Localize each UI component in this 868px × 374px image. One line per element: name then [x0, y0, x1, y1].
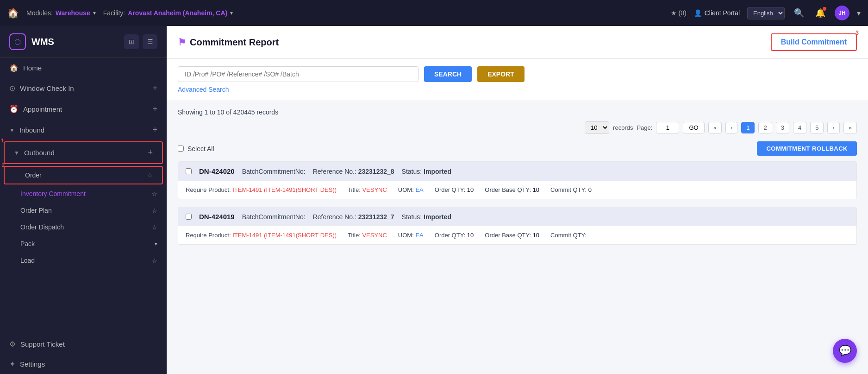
page-3-button[interactable]: 3: [776, 122, 789, 133]
record-id: DN-424019: [199, 213, 235, 221]
batch-label: BatchCommitmentNo:: [242, 168, 306, 175]
grid-icon[interactable]: ⊞: [124, 34, 139, 49]
record-checkbox[interactable]: [186, 168, 192, 174]
sidebar-subitem-pack[interactable]: Pack ▾: [0, 235, 167, 252]
sidebar-item-label: Support Ticket: [20, 340, 157, 348]
avatar-chevron-icon[interactable]: ▾: [857, 9, 861, 18]
star-icon[interactable]: ☆: [147, 172, 153, 179]
build-commitment-button[interactable]: Build Commitment: [771, 33, 857, 51]
pagination-row: 10 25 50 records Page: GO « ‹ 1 2 3 4 5 …: [178, 121, 857, 134]
star-icon: ★: [671, 9, 677, 17]
sidebar-item-window-check-in[interactable]: ⊙ Window Check In +: [0, 78, 167, 99]
modules-section: Modules: Warehouse ▾: [26, 9, 96, 17]
annotation-2: 2: [2, 162, 5, 168]
last-page-button[interactable]: »: [843, 122, 857, 133]
title-value: VESYNC: [362, 232, 387, 239]
chevron-down-icon: ▼: [14, 150, 19, 156]
avatar[interactable]: JH: [835, 6, 849, 20]
menu-icon[interactable]: ☰: [143, 34, 157, 49]
require-product-field: Require Product: ITEM-1491 (ITEM-1491(SH…: [186, 232, 337, 239]
page-1-button[interactable]: 1: [741, 122, 755, 133]
search-input[interactable]: [178, 66, 418, 82]
prev-page-button[interactable]: ‹: [725, 122, 737, 133]
search-button[interactable]: 🔍: [792, 6, 806, 20]
order-base-qty-value: 10: [533, 186, 539, 193]
status-value: Imported: [424, 168, 451, 175]
page-4-button[interactable]: 4: [793, 122, 806, 133]
sidebar-item-outbound[interactable]: 1 ▼ Outbound +: [4, 141, 163, 164]
sidebar-item-label: Home: [23, 64, 157, 72]
advanced-search-link[interactable]: Advanced Search: [178, 86, 857, 93]
add-icon[interactable]: +: [152, 125, 157, 135]
add-icon[interactable]: +: [148, 148, 153, 158]
commitment-rollback-button[interactable]: COMMITMENT ROLLBACK: [757, 141, 857, 156]
order-base-qty-field: Order Base QTY: 10: [485, 186, 539, 193]
modules-value[interactable]: Warehouse: [56, 9, 90, 17]
client-portal-icon: 👤: [694, 9, 702, 17]
next-page-button[interactable]: ›: [827, 122, 839, 133]
search-row: SEARCH EXPORT: [178, 66, 857, 82]
select-all-label[interactable]: Select All: [178, 145, 214, 152]
sidebar-item-home[interactable]: 🏠 Home: [0, 58, 167, 78]
add-icon[interactable]: +: [152, 83, 157, 93]
star-icon[interactable]: ☆: [152, 207, 157, 214]
sidebar-header: ⬡ WMS ⊞ ☰: [0, 26, 167, 58]
star-icon[interactable]: ☆: [152, 190, 157, 197]
sidebar-item-support-ticket[interactable]: ⚙ Support Ticket: [0, 334, 167, 354]
sidebar-subitem-order-dispatch[interactable]: Order Dispatch ☆: [0, 219, 167, 235]
add-icon[interactable]: +: [152, 104, 157, 114]
star-icon[interactable]: ☆: [152, 224, 157, 231]
order-qty-value: 10: [467, 186, 474, 193]
sidebar-item-settings[interactable]: ✦ Settings: [0, 354, 167, 374]
batch-commitment-field: BatchCommitmentNo:: [242, 213, 306, 221]
first-page-button[interactable]: «: [708, 122, 722, 133]
star-icon[interactable]: ☆: [152, 257, 157, 264]
select-all-checkbox[interactable]: [178, 146, 184, 152]
select-all-text: Select All: [187, 145, 214, 152]
sidebar-logo: ⬡: [9, 33, 26, 50]
page-header: ⚑ Commitment Report Build Commitment: [167, 26, 868, 59]
sidebar-header-icons: ⊞ ☰: [124, 34, 157, 49]
chat-fab-button[interactable]: 💬: [833, 339, 857, 363]
home-nav-icon[interactable]: 🏠: [7, 7, 19, 19]
records-per-page-select[interactable]: 10 25 50: [585, 121, 609, 134]
page-2-button[interactable]: 2: [758, 122, 772, 133]
results-info: Showing 1 to 10 of 420445 records: [178, 108, 857, 116]
page-5-button[interactable]: 5: [810, 122, 824, 133]
sidebar-subitem-order-plan[interactable]: Order Plan ☆: [0, 202, 167, 219]
record-id: DN-424020: [199, 167, 235, 175]
modules-chevron-icon[interactable]: ▾: [93, 10, 96, 16]
order-base-qty-value: 10: [533, 232, 539, 239]
order-qty-value: 10: [467, 232, 474, 239]
avatar-initials: JH: [838, 10, 845, 16]
export-button[interactable]: EXPORT: [477, 66, 525, 82]
page-title-text: Commitment Report: [190, 37, 279, 48]
status-field: Status: Imported: [402, 213, 451, 221]
status-value: Imported: [424, 213, 451, 221]
record-checkbox[interactable]: [186, 214, 192, 220]
language-selector[interactable]: English: [747, 7, 785, 19]
go-button[interactable]: GO: [683, 122, 704, 133]
sidebar-item-inbound[interactable]: ▼ Inbound +: [0, 120, 167, 140]
require-product-value: ITEM-1491 (ITEM-1491(SHORT DES)): [232, 186, 337, 193]
page-input[interactable]: [656, 122, 679, 133]
sidebar-item-label: Load: [20, 257, 147, 264]
order-qty-field: Order QTY: 10: [435, 232, 474, 239]
page-title: ⚑ Commitment Report: [178, 37, 279, 48]
sidebar-subitem-load[interactable]: Load ☆: [0, 252, 167, 269]
page-label: Page:: [637, 124, 652, 131]
client-portal-label: Client Portal: [705, 9, 740, 17]
chat-icon: 💬: [839, 345, 851, 357]
search-button[interactable]: SEARCH: [424, 66, 472, 82]
commitment-report-icon: ⚑: [178, 37, 186, 48]
facility-value[interactable]: Arovast Anaheim (Anaheim, CA): [128, 9, 227, 17]
notifications-button[interactable]: 🔔: [813, 6, 827, 20]
facility-chevron-icon[interactable]: ▾: [230, 10, 233, 16]
client-portal-link[interactable]: 👤 Client Portal: [694, 9, 740, 17]
sidebar-item-appointment[interactable]: ⏰ Appointment +: [0, 99, 167, 120]
sidebar-subitem-order[interactable]: 2 Order ☆: [4, 166, 163, 184]
sidebar-subitem-inventory-commitment[interactable]: Inventory Commitment ☆: [0, 185, 167, 202]
favorites-section[interactable]: ★ (0): [671, 9, 687, 17]
facility-section: Facility: Arovast Anaheim (Anaheim, CA) …: [103, 9, 233, 17]
title-value: VESYNC: [362, 186, 387, 193]
